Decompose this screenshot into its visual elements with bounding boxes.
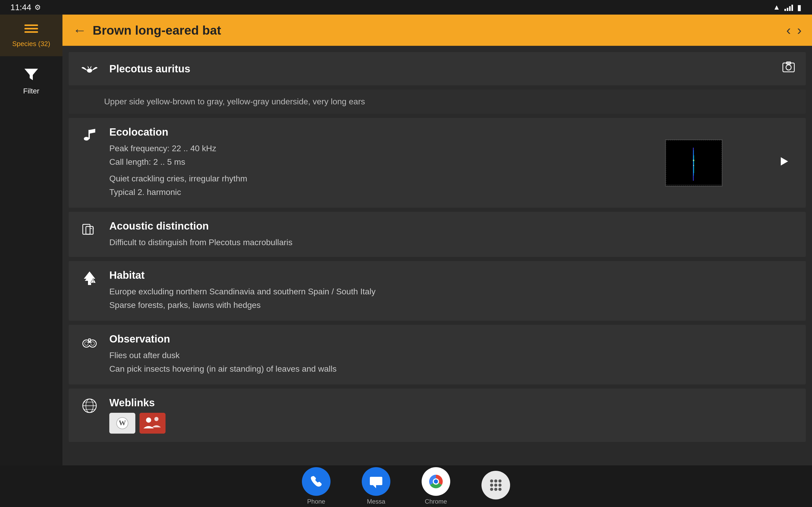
observation-line2: Can pick insects hovering (in air standi… — [109, 362, 795, 375]
observation-text: Flies out after dusk Can pick insects ho… — [109, 349, 795, 375]
svg-rect-2 — [24, 31, 38, 33]
weblink-wikipedia[interactable]: W — [109, 413, 135, 434]
svg-point-53 — [494, 480, 497, 483]
sidebar-species-label: Species (32) — [12, 40, 50, 48]
habitat-text: Europe excluding northern Scandinavia an… — [109, 285, 795, 311]
main-content: Plecotus auritus Upper side yellow-brown… — [62, 46, 812, 465]
svg-point-55 — [490, 484, 493, 487]
wifi-icon: ▲ — [773, 3, 780, 11]
svg-rect-0 — [24, 24, 38, 26]
svg-point-8 — [84, 137, 89, 140]
svg-rect-1 — [24, 28, 38, 30]
battery-icon: ▮ — [797, 3, 802, 12]
weblinks-title: Weblinks — [109, 397, 795, 409]
svg-rect-20 — [86, 226, 93, 234]
sidebar-item-species[interactable]: Species (32) — [0, 14, 62, 56]
svg-point-52 — [490, 480, 493, 483]
weblinks-body: Weblinks W — [109, 397, 795, 434]
sidebar: Species (32) Filter — [0, 0, 62, 507]
habitat-title: Habitat — [109, 269, 795, 281]
apps-button[interactable] — [481, 471, 510, 499]
status-bar: 11:44 ⚙ ▲ ▮ — [0, 0, 812, 14]
chrome-label: Chrome — [425, 498, 447, 505]
acoustic-icon — [79, 221, 100, 237]
svg-point-33 — [91, 342, 95, 345]
acoustic-distinction-text: Difficult to distinguish from Plecotus m… — [109, 236, 795, 248]
ecolocation-icon — [79, 127, 100, 142]
observation-body: Observation Flies out after dusk Can pic… — [109, 333, 795, 376]
back-button[interactable]: ← — [73, 22, 86, 38]
nav-item-phone: Phone — [302, 467, 331, 505]
svg-rect-19 — [83, 224, 90, 234]
next-button[interactable]: › — [797, 22, 802, 38]
svg-point-54 — [499, 480, 502, 483]
svg-marker-18 — [781, 157, 788, 166]
svg-point-16 — [693, 165, 694, 166]
svg-point-43 — [146, 417, 151, 423]
svg-point-60 — [499, 488, 502, 491]
svg-point-59 — [494, 488, 497, 491]
bat-icon — [79, 63, 100, 76]
latin-name: Plecotus auritus — [109, 63, 190, 74]
weblink-icons: W — [109, 413, 795, 434]
svg-rect-45 — [370, 477, 382, 485]
weblinks-icon — [79, 398, 100, 413]
habitat-card: Habitat Europe excluding northern Scandi… — [69, 261, 806, 321]
svg-point-15 — [693, 160, 694, 161]
page-title: Brown long-eared bat — [93, 23, 786, 38]
play-button[interactable] — [776, 155, 790, 171]
nav-item-messages: Messa — [362, 467, 390, 505]
nav-item-apps — [481, 471, 510, 502]
filter-icon — [23, 67, 39, 84]
chrome-button[interactable] — [422, 467, 450, 496]
status-icons: ▲ ▮ — [773, 3, 802, 12]
gear-icon: ⚙ — [34, 3, 41, 12]
habitat-line2: Sparse forests, parks, lawns with hedges — [109, 299, 795, 311]
svg-point-6 — [786, 65, 791, 70]
svg-point-56 — [494, 484, 497, 487]
weblink-iucn[interactable] — [139, 413, 166, 434]
messages-label: Messa — [367, 498, 386, 505]
species-name-body: Plecotus auritus — [109, 63, 772, 75]
habitat-line1: Europe excluding northern Scandinavia an… — [109, 285, 795, 298]
header-bar: ← Brown long-eared bat ‹ › — [62, 14, 812, 46]
phone-button[interactable] — [302, 467, 331, 496]
observation-card: Observation Flies out after dusk Can pic… — [69, 325, 806, 384]
species-name-card: Plecotus auritus — [69, 52, 806, 86]
svg-rect-9 — [89, 130, 90, 139]
phone-label: Phone — [307, 498, 325, 505]
ecolocation-title: Ecolocation — [109, 126, 795, 138]
svg-text:W: W — [119, 419, 126, 427]
svg-point-44 — [154, 417, 159, 421]
prev-button[interactable]: ‹ — [786, 22, 791, 38]
svg-point-58 — [490, 488, 493, 491]
svg-point-27 — [93, 282, 94, 283]
nav-arrows: ‹ › — [786, 22, 802, 38]
weblinks-card: Weblinks W — [69, 389, 806, 442]
status-time-area: 11:44 ⚙ — [10, 3, 41, 12]
habitat-icon — [79, 270, 100, 286]
sidebar-item-filter[interactable]: Filter — [0, 56, 62, 106]
acoustic-distinction-title: Acoustic distinction — [109, 220, 795, 232]
description-text: Upper side yellow-brown to gray, yellow-… — [104, 97, 365, 106]
svg-point-4 — [87, 68, 92, 73]
sidebar-filter-label: Filter — [23, 87, 39, 95]
spectrogram — [665, 139, 722, 186]
clock: 11:44 — [10, 3, 31, 12]
messages-button[interactable] — [362, 467, 390, 496]
acoustic-distinction-card: Acoustic distinction Difficult to distin… — [69, 212, 806, 257]
signal-icon — [785, 4, 793, 11]
ecolocation-card: Ecolocation Peak frequency: 22 .. 40 kHz… — [69, 118, 806, 208]
ecolo-note2: Typical 2. harmonic — [109, 186, 795, 198]
observation-line1: Flies out after dusk — [109, 349, 795, 361]
photo-button[interactable] — [782, 60, 795, 77]
acoustic-distinction-body: Acoustic distinction Difficult to distin… — [109, 220, 795, 248]
observation-icon — [79, 334, 100, 350]
svg-point-57 — [499, 484, 502, 487]
nav-item-chrome: Chrome — [422, 467, 450, 505]
observation-title: Observation — [109, 333, 795, 345]
svg-point-32 — [84, 342, 88, 345]
habitat-body: Habitat Europe excluding northern Scandi… — [109, 269, 795, 312]
svg-point-51 — [434, 480, 438, 484]
species-icon — [23, 23, 39, 37]
